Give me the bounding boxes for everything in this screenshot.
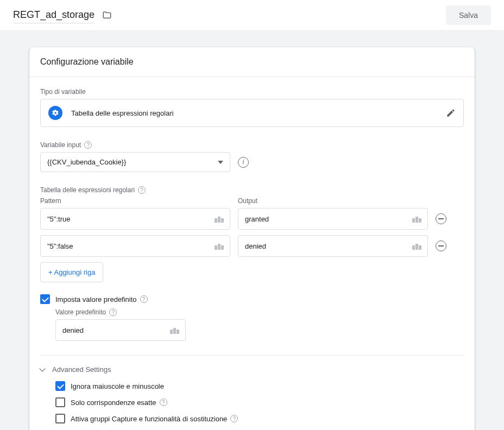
svg-rect-6 — [215, 245, 217, 250]
table-row — [40, 235, 464, 257]
default-value-field-label: Valore predefinito ? — [55, 308, 464, 316]
advanced-settings-toggle[interactable]: Advanced Settings — [40, 365, 464, 374]
var-type-name: Tabella delle espressioni regolari — [71, 109, 446, 117]
svg-rect-0 — [215, 218, 217, 223]
panel-title: Configurazione variabile — [29, 47, 475, 77]
svg-rect-8 — [221, 245, 224, 250]
remove-row-button[interactable] — [436, 241, 446, 251]
pattern-input-wrapper — [40, 235, 230, 257]
variable-picker-icon[interactable] — [165, 326, 185, 334]
edit-icon[interactable] — [446, 108, 456, 118]
table-row — [40, 208, 464, 230]
variable-picker-icon[interactable] — [209, 242, 230, 250]
help-icon[interactable]: ? — [109, 308, 117, 316]
var-type-label: Tipo di variabile — [40, 88, 464, 96]
help-icon[interactable]: ? — [230, 415, 238, 422]
svg-rect-12 — [170, 330, 173, 334]
output-input[interactable] — [238, 237, 407, 256]
capture-groups-label: Attiva gruppi Capture e funzionalità di … — [71, 415, 238, 423]
chevron-down-icon — [218, 161, 223, 164]
gear-icon — [48, 106, 62, 120]
exact-match-label: Solo corrispondenze esatte ? — [71, 399, 167, 407]
help-icon[interactable]: ? — [160, 399, 167, 406]
input-var-value: {{CKV_iubenda_Cookie}} — [47, 158, 218, 166]
svg-rect-5 — [419, 218, 421, 223]
pattern-input-wrapper — [40, 208, 230, 230]
input-variable-select[interactable]: {{CKV_iubenda_Cookie}} — [40, 152, 230, 172]
svg-rect-2 — [221, 218, 224, 223]
info-icon[interactable]: i — [238, 157, 249, 168]
svg-rect-7 — [218, 244, 220, 250]
variable-name-input[interactable] — [13, 7, 94, 23]
help-icon[interactable]: ? — [84, 141, 92, 149]
svg-rect-1 — [218, 217, 220, 223]
svg-rect-4 — [415, 217, 418, 223]
svg-rect-3 — [412, 218, 415, 223]
help-icon[interactable]: ? — [140, 295, 148, 303]
input-var-label: Variabile input ? — [40, 141, 464, 149]
default-value-checkbox[interactable] — [40, 294, 50, 304]
svg-rect-11 — [419, 245, 421, 250]
output-input-wrapper — [238, 235, 428, 257]
capture-groups-checkbox[interactable] — [55, 414, 65, 423]
chevron-down-icon — [39, 365, 45, 371]
variable-picker-icon[interactable] — [209, 215, 230, 223]
pattern-col-label: Pattern — [40, 197, 230, 205]
svg-rect-9 — [412, 245, 415, 250]
regex-table-heading: Tabella delle espressioni regolari ? — [40, 186, 464, 194]
variable-picker-icon[interactable] — [407, 242, 427, 250]
help-icon[interactable]: ? — [138, 186, 146, 194]
ignore-case-label: Ignora maiuscole e minuscole — [71, 382, 164, 390]
output-input[interactable] — [238, 210, 407, 229]
variable-picker-icon[interactable] — [407, 215, 427, 223]
variable-type-selector[interactable]: Tabella delle espressioni regolari — [40, 99, 464, 127]
default-value-input[interactable] — [56, 321, 165, 340]
pattern-input[interactable] — [41, 237, 209, 256]
output-col-label: Output — [238, 197, 428, 205]
svg-rect-10 — [415, 244, 418, 250]
pattern-input[interactable] — [41, 210, 209, 229]
output-input-wrapper — [238, 208, 428, 230]
svg-rect-13 — [173, 328, 176, 334]
default-value-checkbox-label: Imposta valore predefinito ? — [55, 295, 148, 303]
divider — [40, 355, 464, 356]
default-value-input-wrapper — [55, 319, 186, 341]
save-button[interactable]: Salva — [446, 5, 491, 25]
remove-row-button[interactable] — [436, 213, 446, 224]
exact-match-checkbox[interactable] — [55, 397, 65, 407]
ignore-case-checkbox[interactable] — [55, 381, 65, 391]
svg-rect-14 — [177, 330, 179, 334]
config-card: Configurazione variabile Tipo di variabi… — [29, 47, 475, 430]
add-row-button[interactable]: + Aggiungi riga — [40, 262, 103, 282]
folder-icon[interactable] — [102, 10, 112, 20]
